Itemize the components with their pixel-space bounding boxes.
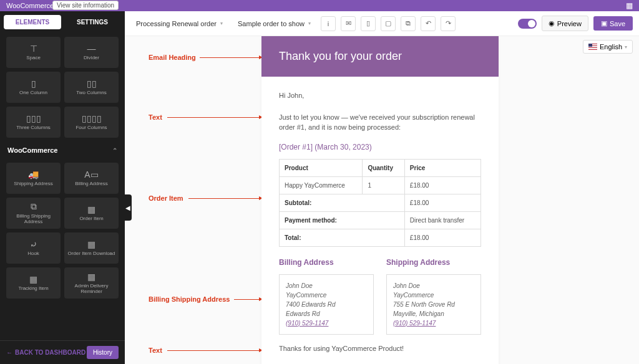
back-to-dashboard-link[interactable]: ←BACK TO DASHBOARD bbox=[6, 349, 85, 356]
card-icon: A▭ bbox=[84, 170, 98, 180]
element-two-columns[interactable]: ▯▯Two Columns bbox=[64, 72, 119, 103]
element-order-item-download[interactable]: ▦Order Item Download bbox=[64, 232, 119, 264]
eye-icon: ◉ bbox=[549, 19, 555, 27]
arrow-icon bbox=[188, 198, 262, 199]
email-preview: Thank you for your order Hi John, Just t… bbox=[261, 36, 499, 364]
table-row: Happy YayCommerce 1 £18.00 bbox=[280, 176, 481, 194]
copy-icon: ⧉ bbox=[406, 19, 411, 27]
email-greeting[interactable]: Hi John, bbox=[279, 90, 481, 101]
mail-button[interactable]: ✉ bbox=[341, 16, 356, 31]
four-columns-icon: ▯▯▯▯ bbox=[82, 113, 102, 123]
element-one-column[interactable]: ▯One Column bbox=[6, 72, 61, 103]
chevron-up-icon: ⌃ bbox=[112, 147, 117, 154]
anno-billing-shipping: Billing Shipping Address bbox=[149, 295, 230, 303]
tracking-icon: ▦ bbox=[29, 274, 37, 284]
save-icon: ▣ bbox=[601, 19, 607, 27]
element-tracking-item[interactable]: ▦Tracking Item bbox=[6, 267, 61, 299]
table-icon: ▦ bbox=[87, 204, 95, 214]
shipping-phone-link[interactable]: (910) 529-1147 bbox=[393, 318, 474, 328]
reminder-icon: ▦ bbox=[87, 272, 95, 282]
element-four-columns[interactable]: ▯▯▯▯Four Columns bbox=[64, 107, 119, 138]
enable-toggle[interactable] bbox=[518, 19, 537, 29]
device-icon: ▢ bbox=[385, 19, 391, 27]
sidebar-footer: ←BACK TO DASHBOARD History bbox=[0, 340, 125, 364]
table-row-subtotal: Subtotal: £18.00 bbox=[280, 194, 481, 211]
email-order-reference[interactable]: [Order #1] (March 30, 2023) bbox=[279, 141, 481, 153]
redo-icon: ↷ bbox=[446, 19, 451, 27]
sidebar-collapse-handle[interactable]: ◀ bbox=[125, 194, 132, 221]
stack-icon: ⧉ bbox=[31, 201, 37, 212]
undo-icon: ↶ bbox=[426, 19, 431, 27]
order-items-table[interactable]: Product Quantity Price Happy YayCommerce… bbox=[279, 159, 481, 247]
chevron-down-icon: ▾ bbox=[308, 21, 311, 26]
basic-elements-grid: ⊤Space —Divider ▯One Column ▯▯Two Column… bbox=[0, 33, 125, 141]
arrow-icon bbox=[200, 57, 262, 58]
history-button[interactable]: History bbox=[87, 346, 119, 359]
billing-address-box: John Doe YayCommerce 7400 Edwards Rd Edw… bbox=[279, 274, 374, 335]
three-columns-icon: ▯▯▯ bbox=[26, 113, 41, 123]
anno-email-heading: Email Heading bbox=[149, 54, 196, 61]
undo-button[interactable]: ↶ bbox=[421, 16, 436, 31]
us-flag-icon bbox=[588, 44, 597, 50]
element-billing-shipping-address[interactable]: ⧉Billing Shipping Address bbox=[6, 198, 61, 229]
arrow-icon bbox=[167, 117, 262, 118]
truck-icon: 🚚 bbox=[28, 170, 39, 180]
save-button[interactable]: ▣Save bbox=[593, 16, 633, 31]
email-thanks-text[interactable]: Thanks for using YayCommerce Product! bbox=[279, 343, 481, 354]
th-price: Price bbox=[404, 159, 480, 176]
page-icon: ▯ bbox=[366, 19, 370, 27]
woo-elements-grid: 🚚Shipping Address A▭Billing Address ⧉Bil… bbox=[0, 159, 125, 302]
table-row-total: Total: £18.00 bbox=[280, 229, 481, 246]
download-table-icon: ▦ bbox=[87, 239, 95, 249]
hook-icon: ⤾ bbox=[30, 239, 37, 249]
billing-title: Billing Address bbox=[279, 257, 374, 268]
element-space[interactable]: ⊤Space bbox=[6, 37, 61, 68]
app-topbar: WooCommerce E View site information ▦ bbox=[0, 0, 639, 11]
info-icon: i bbox=[328, 20, 329, 27]
shipping-address-box: John Doe YayCommerce 755 E North Grove R… bbox=[386, 274, 481, 335]
element-divider[interactable]: —Divider bbox=[64, 37, 119, 68]
toolbar: Processing Renewal order▾ Sample order t… bbox=[125, 11, 639, 36]
chevron-down-icon: ▾ bbox=[625, 44, 627, 50]
accordion-woocommerce[interactable]: WooCommerce ⌃ bbox=[0, 141, 125, 159]
sidebar-tabs: ELEMENTS SETTINGS bbox=[0, 11, 125, 33]
info-button[interactable]: i bbox=[321, 16, 336, 31]
main-area: Processing Renewal order▾ Sample order t… bbox=[125, 11, 639, 364]
email-type-selector[interactable]: Processing Renewal order▾ bbox=[131, 17, 228, 30]
chevron-down-icon: ▾ bbox=[220, 21, 223, 26]
tab-elements[interactable]: ELEMENTS bbox=[4, 15, 61, 29]
address-blocks[interactable]: Billing Address John Doe YayCommerce 740… bbox=[279, 257, 481, 335]
anno-text-1: Text bbox=[149, 113, 162, 121]
element-three-columns[interactable]: ▯▯▯Three Columns bbox=[6, 107, 61, 138]
two-columns-icon: ▯▯ bbox=[87, 79, 97, 89]
space-icon: ⊤ bbox=[30, 44, 37, 54]
canvas: ◀ English ▾ Email Heading Text Order Ite… bbox=[125, 36, 639, 364]
accordion-label: WooCommerce bbox=[7, 146, 57, 154]
page-button[interactable]: ▯ bbox=[361, 16, 376, 31]
billing-phone-link[interactable]: (910) 529-1147 bbox=[286, 318, 367, 328]
sample-order-selector[interactable]: Sample order to show▾ bbox=[233, 17, 316, 30]
element-shipping-address[interactable]: 🚚Shipping Address bbox=[6, 163, 61, 194]
element-admin-delivery-reminder[interactable]: ▦Admin Delivery Reminder bbox=[64, 267, 119, 299]
element-order-item[interactable]: ▦Order Item bbox=[64, 198, 119, 229]
divider-icon: — bbox=[87, 44, 96, 54]
device-button[interactable]: ▢ bbox=[381, 16, 396, 31]
preview-button[interactable]: ◉Preview bbox=[542, 16, 588, 31]
copy-button[interactable]: ⧉ bbox=[401, 16, 416, 31]
table-row-payment: Payment method: Direct bank transfer bbox=[280, 211, 481, 229]
th-quantity: Quantity bbox=[363, 159, 404, 176]
arrow-icon bbox=[234, 299, 262, 300]
shipping-title: Shipping Address bbox=[386, 257, 481, 268]
email-heading-block[interactable]: Thank you for your order bbox=[261, 36, 499, 77]
tab-settings[interactable]: SETTINGS bbox=[64, 15, 121, 29]
email-intro-text[interactable]: Just to let you know — we've received yo… bbox=[279, 112, 481, 133]
apps-grid-icon[interactable]: ▦ bbox=[626, 1, 633, 10]
site-info-pill[interactable]: View site information bbox=[52, 1, 119, 10]
anno-order-item: Order Item bbox=[149, 194, 183, 202]
language-selector[interactable]: English ▾ bbox=[583, 40, 633, 54]
th-product: Product bbox=[280, 159, 363, 176]
redo-button[interactable]: ↷ bbox=[441, 16, 456, 31]
element-billing-address[interactable]: A▭Billing Address bbox=[64, 163, 119, 194]
envelope-icon: ✉ bbox=[346, 19, 351, 27]
element-hook[interactable]: ⤾Hook bbox=[6, 232, 61, 264]
